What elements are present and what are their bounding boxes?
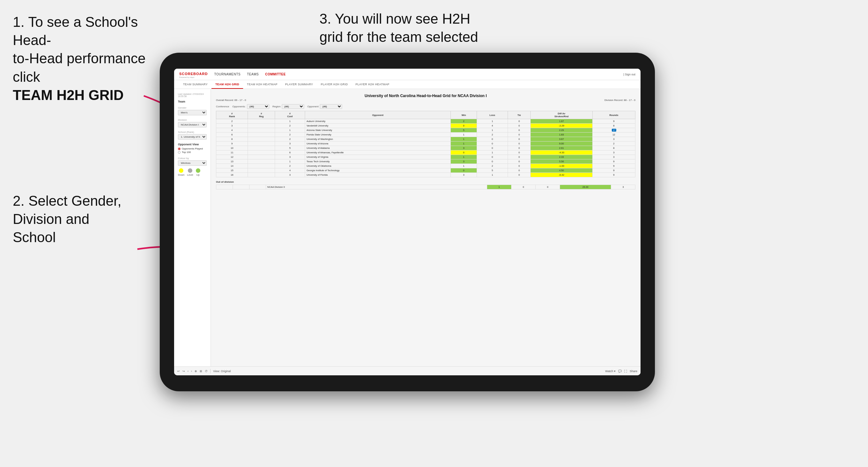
tab-player-h2h-grid[interactable]: PLAYER H2H GRID <box>317 81 352 89</box>
table-row: 11 6 University of Arkansas, Fayettevill… <box>216 151 636 155</box>
team-label: Team <box>178 100 207 103</box>
table-row: 2 1 Auburn University 2 1 0 1.67 9 <box>216 119 636 124</box>
division-label: Division <box>178 119 207 121</box>
table-row: 10 5 University of Alabama 3 0 0 2.61 8 <box>216 146 636 151</box>
forward-btn[interactable]: › <box>191 370 192 373</box>
table-row: 14 2 University of Oklahoma 1 2 0 -1.00 … <box>216 164 636 168</box>
nav-tournaments[interactable]: TOURNAMENTS <box>214 71 241 77</box>
filter-region: Region (All) <box>273 104 304 109</box>
tab-team-summary[interactable]: TEAM SUMMARY <box>179 81 212 89</box>
grid-records: Overall Record: 89 - 17 - 0 Division Rec… <box>216 99 636 101</box>
back-btn[interactable]: ‹ <box>188 370 188 373</box>
watch-btn[interactable]: Watch ▾ <box>605 370 616 373</box>
radio-opponents-played[interactable]: Opponents Played <box>178 147 207 150</box>
data-table: #Rank #Reg #Conf Opponent Win Loss Tie D… <box>216 111 636 177</box>
tab-team-h2h-grid[interactable]: TEAM H2H GRID <box>212 81 243 89</box>
col-win: Win <box>451 111 477 119</box>
timestamp: Last Updated: 27/03/2024 16:55:38 <box>178 93 207 97</box>
sign-out-link[interactable]: | Sign out <box>623 73 636 76</box>
region-filter-select[interactable]: (All) <box>282 104 304 109</box>
grid-title: University of North Carolina Head-to-Hea… <box>216 94 636 98</box>
col-rank: #Rank <box>216 111 248 119</box>
table-row: 12 3 University of Virginia 1 0 0 2.33 3 <box>216 155 636 159</box>
col-loss: Loss <box>477 111 508 119</box>
table-row: 15 4 Georgia Institute of Technology 0 5… <box>216 168 636 173</box>
colour-select[interactable]: Win/loss <box>178 160 207 166</box>
division-select[interactable]: NCAA Division I NCAA Division II <box>178 122 207 127</box>
fullscreen-btn[interactable]: ⛶ <box>624 370 627 373</box>
zoom-btn[interactable]: ⊕ <box>194 370 197 373</box>
tab-player-summary[interactable]: PLAYER SUMMARY <box>281 81 317 89</box>
tab-player-h2h-heatmap[interactable]: PLAYER H2H HEATMAP <box>352 81 393 89</box>
school-select[interactable]: 1. University of Nort... <box>178 134 207 139</box>
table-row: 6 2 Florida State University 1 2 0 1.83 … <box>216 132 636 137</box>
radio-top100[interactable]: Top 100 <box>178 151 207 154</box>
undo-btn[interactable]: ↩ <box>177 370 180 373</box>
school-label: School (Rank) <box>178 131 207 133</box>
nav-bar: SCOREBOARD Powered by clippi TOURNAMENTS… <box>174 69 641 80</box>
col-rounds: Rounds <box>592 111 635 119</box>
tab-team-h2h-heatmap[interactable]: TEAM H2H HEATMAP <box>243 81 281 89</box>
table-row: 13 1 Texas Tech University 3 0 0 5.56 9 <box>216 159 636 164</box>
colour-up-dot <box>196 168 200 173</box>
grid-area: University of North Carolina Head-to-Hea… <box>211 89 641 366</box>
filter-opponents: Opponents: (All) <box>232 104 269 109</box>
col-conf: #Conf <box>275 111 305 119</box>
annotation-1: 1. To see a School's Head- to-Head perfo… <box>13 13 153 104</box>
out-of-division-table: NCAA Division II 1 0 0 26.00 3 <box>216 185 636 189</box>
table-row: 3 2 Vanderbilt University 0 4 0 -2.29 8 <box>216 124 636 128</box>
colour-level-dot <box>188 168 192 173</box>
logo: SCOREBOARD Powered by clippi <box>179 71 208 78</box>
sub-nav: TEAM SUMMARY TEAM H2H GRID TEAM H2H HEAT… <box>174 80 641 89</box>
nav-items: TOURNAMENTS TEAMS COMMITTEE <box>214 71 623 77</box>
col-reg: #Reg <box>248 111 275 119</box>
share-btn[interactable]: Share <box>630 370 637 373</box>
col-opponent: Opponent <box>305 111 451 119</box>
filter-conference: Conference <box>216 105 229 108</box>
timer-btn[interactable]: ⏱ <box>205 370 208 373</box>
table-row: 8 2 University of Washington 1 0 0 3.67 … <box>216 137 636 142</box>
col-diff: Diff AvStrokes/Rnd <box>531 111 592 119</box>
sidebar: Last Updated: 27/03/2024 16:55:38 Team G… <box>174 89 211 366</box>
nav-committee[interactable]: COMMITTEE <box>265 71 286 77</box>
view-label[interactable]: View: Original <box>213 370 231 373</box>
gender-label: Gender <box>178 106 207 109</box>
annotation-2: 2. Select Gender, Division and School <box>13 192 121 247</box>
radio-dot-top100 <box>178 151 181 154</box>
out-of-division: Out of division NCAA Division II 1 0 0 <box>216 181 636 189</box>
table-row: 9 3 University of Arizona 1 0 0 9.00 2 <box>216 142 636 146</box>
opponents-filter-select[interactable]: (All) <box>247 104 269 109</box>
annotation-3: 3. You will now see H2H grid for the tea… <box>319 9 478 46</box>
table-row: 4 1 Arizona State University 5 1 0 2.29 … <box>216 128 636 132</box>
tablet: SCOREBOARD Powered by clippi TOURNAMENTS… <box>160 53 655 391</box>
col-tie: Tie <box>508 111 531 119</box>
tablet-screen: SCOREBOARD Powered by clippi TOURNAMENTS… <box>174 69 641 375</box>
table-row: 16 3 University of Florida 3 1 0 -6.42 9 <box>216 173 636 177</box>
crop-btn[interactable]: ⊞ <box>200 370 202 373</box>
filters-row: Conference Opponents: (All) Region (All) <box>216 104 636 109</box>
redo-btn[interactable]: ↪ <box>182 370 185 373</box>
radio-dot-opponents <box>178 148 181 150</box>
colour-down-dot <box>179 168 183 173</box>
filter-opponent: Opponent (All) <box>307 104 342 109</box>
nav-teams[interactable]: TEAMS <box>247 71 259 77</box>
colour-legend: Down Level Up <box>178 168 207 176</box>
comment-btn[interactable]: 💬 <box>618 370 622 373</box>
out-of-division-row: NCAA Division II 1 0 0 26.00 3 <box>216 185 636 189</box>
main-content: Last Updated: 27/03/2024 16:55:38 Team G… <box>174 89 641 366</box>
colour-label: Colour by <box>178 157 207 160</box>
opponent-filter-select[interactable]: (All) <box>320 104 342 109</box>
gender-select[interactable]: Men's Women's <box>178 110 207 115</box>
radio-group: Opponents Played Top 100 <box>178 147 207 154</box>
toolbar-sep <box>210 369 211 373</box>
bottom-toolbar: ↩ ↪ ‹ › ⊕ ⊞ ⏱ View: Original Watch ▾ 💬 ⛶… <box>174 366 641 375</box>
opponent-view-label: Opponent View <box>178 143 207 146</box>
